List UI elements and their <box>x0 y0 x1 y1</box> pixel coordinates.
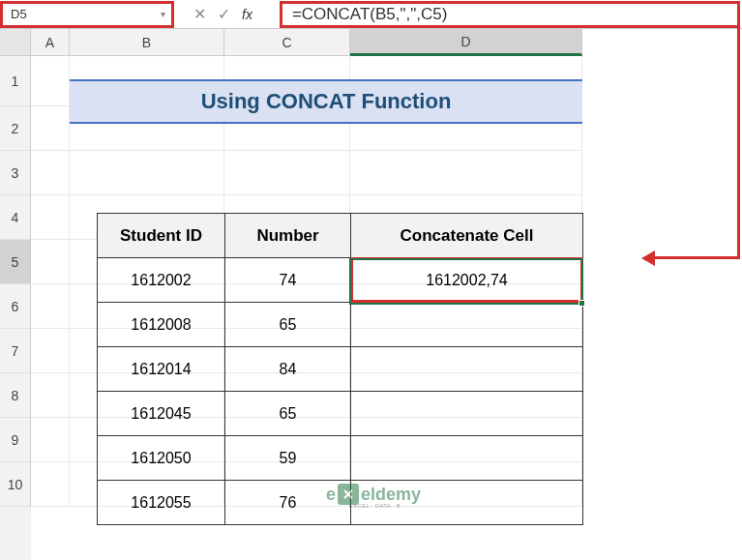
cell-concat[interactable] <box>351 347 583 392</box>
cell-A3[interactable] <box>31 151 70 195</box>
header-number[interactable]: Number <box>225 214 351 258</box>
fx-icon[interactable]: fx <box>242 7 252 22</box>
row-headers: 1 2 3 4 5 6 7 8 9 10 <box>0 29 31 560</box>
concat-value: 1612002,74 <box>426 272 508 288</box>
select-all-corner[interactable] <box>0 29 31 56</box>
col-header-C[interactable]: C <box>224 29 350 56</box>
row-header-8[interactable]: 8 <box>0 373 31 418</box>
table-header-row: Student ID Number Concatenate Cell <box>98 214 583 258</box>
col-header-D[interactable]: D <box>350 29 582 56</box>
row-header-5[interactable]: 5 <box>0 240 31 284</box>
cell-A6[interactable] <box>31 284 70 329</box>
row-header-10[interactable]: 10 <box>0 462 31 507</box>
table-row: 1612050 59 <box>98 436 583 481</box>
title-banner: Using CONCAT Function <box>70 79 582 124</box>
cell-student-id[interactable]: 1612002 <box>98 258 225 303</box>
formula-text: =CONCAT(B5,",",C5) <box>292 5 448 24</box>
cell-concat-result[interactable]: 1612002,74 <box>351 258 583 303</box>
cell-number[interactable]: 74 <box>225 258 351 303</box>
cell-number[interactable]: 76 <box>225 481 351 525</box>
table-row: 1612045 65 <box>98 392 583 436</box>
cell-student-id[interactable]: 1612014 <box>98 347 225 392</box>
cell-A9[interactable] <box>31 418 70 462</box>
name-box[interactable]: D5 ▾ <box>0 1 174 28</box>
check-icon[interactable]: ✓ <box>218 5 230 23</box>
formula-bar: D5 ▾ ✕ ✓ fx =CONCAT(B5,",",C5) <box>0 0 742 29</box>
cell-concat[interactable] <box>351 481 583 525</box>
cell-A1[interactable] <box>31 56 70 106</box>
cell-A10[interactable] <box>31 462 70 507</box>
table-row: 1612055 76 <box>98 481 583 525</box>
formula-input[interactable]: =CONCAT(B5,",",C5) <box>280 1 740 28</box>
row-header-4[interactable]: 4 <box>0 195 31 240</box>
row-header-6[interactable]: 6 <box>0 284 31 329</box>
spreadsheet-area: 1 2 3 4 5 6 7 8 9 10 A B C D <box>0 29 742 560</box>
name-box-value: D5 <box>11 7 27 21</box>
cancel-icon[interactable]: ✕ <box>193 5 206 23</box>
cell-D3[interactable] <box>350 151 582 195</box>
col-header-B[interactable]: B <box>70 29 224 56</box>
row-header-7[interactable]: 7 <box>0 329 31 373</box>
col-header-A[interactable]: A <box>31 29 70 56</box>
grid: A B C D <box>31 29 742 560</box>
cell-concat[interactable] <box>351 436 583 481</box>
cell-B3[interactable] <box>70 151 224 195</box>
cell-student-id[interactable]: 1612055 <box>98 481 225 525</box>
chevron-down-icon[interactable]: ▾ <box>161 9 165 19</box>
cell-student-id[interactable]: 1612008 <box>98 303 225 347</box>
cell-C3[interactable] <box>224 151 350 195</box>
table-row: 1612014 84 <box>98 347 583 392</box>
data-table: Student ID Number Concatenate Cell 16120… <box>97 213 583 525</box>
cell-student-id[interactable]: 1612045 <box>98 392 225 436</box>
cell-number[interactable]: 84 <box>225 347 351 392</box>
row-header-2[interactable]: 2 <box>0 106 31 151</box>
header-concat[interactable]: Concatenate Cell <box>351 214 583 258</box>
row-header-1[interactable]: 1 <box>0 56 31 106</box>
row-3 <box>31 151 742 195</box>
cell-number[interactable]: 59 <box>225 436 351 481</box>
cell-concat[interactable] <box>351 303 583 347</box>
cell-number[interactable]: 65 <box>225 303 351 347</box>
cell-A2[interactable] <box>31 106 70 151</box>
formula-bar-buttons: ✕ ✓ fx <box>174 5 280 23</box>
table-row: 1612002 74 1612002,74 <box>98 258 583 303</box>
cell-number[interactable]: 65 <box>225 392 351 436</box>
column-headers: A B C D <box>31 29 742 56</box>
table-row: 1612008 65 <box>98 303 583 347</box>
header-student-id[interactable]: Student ID <box>98 214 225 258</box>
cell-student-id[interactable]: 1612050 <box>98 436 225 481</box>
row-header-3[interactable]: 3 <box>0 151 31 195</box>
cell-concat[interactable] <box>351 392 583 436</box>
cell-A4[interactable] <box>31 195 70 240</box>
cell-A8[interactable] <box>31 373 70 418</box>
row-header-9[interactable]: 9 <box>0 418 31 462</box>
cell-A7[interactable] <box>31 329 70 373</box>
cell-A5[interactable] <box>31 240 70 284</box>
